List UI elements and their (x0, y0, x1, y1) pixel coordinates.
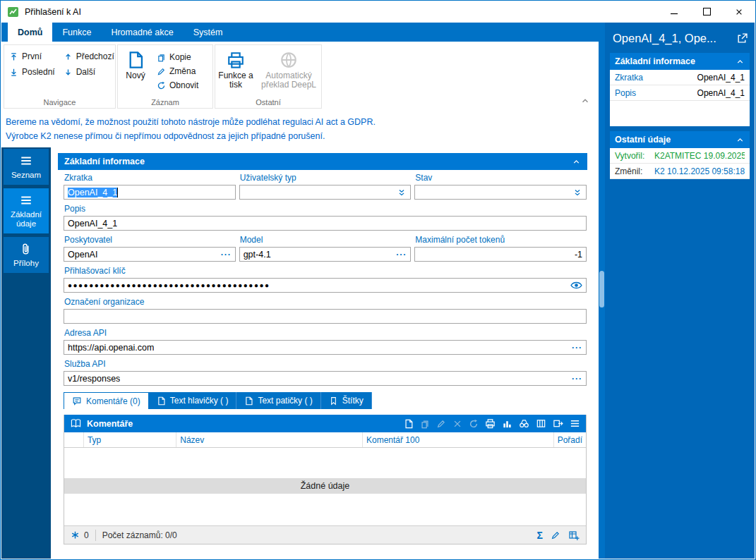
delete-record-icon (452, 419, 462, 429)
api-key-input[interactable]: ●●●●●●●●●●●●●●●●●●●●●●●●●●●●●●●●●●●●●● (64, 278, 587, 293)
last-button[interactable]: Poslední (7, 66, 57, 78)
zkratka-input[interactable]: OpenAI_4_1 (64, 185, 236, 200)
export-icon[interactable] (553, 418, 563, 429)
panel-row-zmenil: Změnil: K2 10.12.2025 09:58:18 (610, 164, 750, 179)
group-label-zaznam: Záznam (118, 98, 212, 106)
ribbon-group-ostatni: Funkce a tisk Automatický překlad DeepL … (215, 44, 322, 109)
stav-combo[interactable] (414, 185, 587, 200)
column-header-typ[interactable]: Typ (84, 432, 176, 447)
ribbon: První Poslední Předchozí Další Navigace … (1, 42, 599, 111)
sum-icon[interactable]: Σ (537, 530, 543, 540)
api-service-input[interactable]: v1/responses··· (64, 371, 587, 386)
tab-stitky[interactable]: Štítky (321, 392, 372, 409)
grid-column-headers: Typ Název Komentář 100 Pořadí (64, 432, 586, 448)
collapse-chevron-icon[interactable] (572, 157, 581, 166)
main-area: Seznam Základní údaje Přílohy Základní i… (1, 145, 599, 559)
eye-icon[interactable] (568, 281, 582, 290)
first-button[interactable]: První (7, 51, 57, 62)
tab-komentare[interactable]: Komentáře (0) (64, 392, 149, 409)
sidebar-item-zakladni-udaje[interactable]: Základní údaje (4, 188, 49, 233)
popis-label: Popis (64, 205, 587, 214)
left-sidebar: Seznam Základní údaje Přílohy (1, 147, 51, 559)
collapse-chevron-icon[interactable] (736, 57, 745, 66)
deepl-translate-button: Automatický překlad DeepL (258, 47, 320, 90)
sidebar-item-seznam[interactable]: Seznam (4, 149, 49, 185)
minimize-button[interactable] (658, 1, 690, 23)
ribbon-tab-system[interactable]: Systém (184, 23, 233, 42)
max-tokens-input[interactable]: -1 (414, 247, 587, 262)
organization-label: Označení organizace (64, 298, 587, 307)
grid-toolbar (404, 418, 580, 429)
grid-footer-toolbar: Σ (537, 530, 580, 541)
ribbon-tab-hromadne-akce[interactable]: Hromadné akce (101, 23, 183, 42)
lookup-ellipsis-button[interactable]: ··· (221, 251, 232, 258)
panel-section-header[interactable]: Základní informace (610, 53, 750, 70)
uzivatelsky-typ-combo[interactable] (239, 185, 412, 200)
right-info-panel: OpenAI_4_1, Ope... Základní informace Zk… (605, 23, 755, 559)
edit-record-icon (436, 419, 446, 429)
combo-dropdown-icon[interactable] (394, 188, 407, 197)
column-header-komentar[interactable]: Komentář 100 (363, 432, 554, 447)
open-in-window-icon[interactable] (737, 33, 748, 44)
group-label-navigace: Navigace (4, 98, 115, 106)
form-fields: Zkratka OpenAI_4_1 Uživatelský typ Stav (51, 170, 599, 386)
panel-section-header[interactable]: Ostatní údaje (610, 131, 750, 148)
edit-pencil-icon[interactable] (551, 530, 560, 540)
print-icon[interactable] (485, 418, 496, 429)
grid-menu-icon[interactable] (570, 418, 580, 429)
ribbon-tab-bar: Domů Funkce Hromadné akce Systém (1, 23, 599, 42)
lookup-ellipsis-button[interactable]: ··· (572, 344, 582, 351)
organization-input[interactable] (64, 309, 587, 324)
poskytovatel-label: Poskytovatel (64, 236, 236, 245)
previous-button[interactable]: Předchozí (61, 51, 116, 62)
grid-settings-icon[interactable] (568, 530, 580, 541)
document-icon (244, 396, 253, 406)
panel-section-ostatni-udaje: Ostatní údaje Vytvořil: K2ATMITEC 19.09.… (610, 131, 750, 179)
tab-text-paticky[interactable]: Text patičky ( ) (236, 392, 320, 409)
notice-line-2: Výrobce K2 nenese přímou či nepřímou odp… (6, 129, 599, 143)
row-indicator-column-header (64, 432, 84, 447)
new-record-icon[interactable] (404, 419, 414, 429)
lookup-ellipsis-button[interactable]: ··· (396, 251, 407, 258)
maximize-button[interactable] (690, 1, 723, 23)
columns-icon[interactable] (536, 418, 546, 429)
panel-section-zakladni-informace: Základní informace Zkratka OpenAI_4_1 Po… (610, 53, 750, 126)
grid-body[interactable]: Žádné údaje (64, 448, 586, 525)
api-address-input[interactable]: https://api.openai.com··· (64, 340, 587, 355)
ribbon-tab-domu[interactable]: Domů (8, 23, 52, 42)
combo-dropdown-icon[interactable] (570, 188, 582, 197)
sidebar-item-prilohy[interactable]: Přílohy (4, 237, 49, 273)
section-header-zakladni-informace[interactable]: Základní informace (58, 153, 587, 170)
column-header-nazev[interactable]: Název (176, 432, 363, 447)
collapse-chevron-icon[interactable] (736, 135, 745, 145)
popis-input[interactable]: OpenAI_4_1 (64, 216, 587, 231)
copy-record-icon (420, 419, 430, 429)
poskytovatel-input[interactable]: OpenAI··· (64, 247, 236, 262)
lookup-ellipsis-button[interactable]: ··· (572, 375, 582, 382)
ribbon-collapse-icon[interactable] (580, 96, 590, 106)
next-button[interactable]: Další (61, 66, 116, 78)
record-title: OpenAI_4_1, Ope... (613, 32, 716, 45)
app-window: Přihlašení k AI Domů Funkce Hromadné akc… (0, 0, 756, 560)
form-icon (20, 194, 32, 207)
tab-text-hlavicky[interactable]: Text hlavičky ( ) (149, 392, 237, 409)
copy-button[interactable]: Kopie (155, 51, 200, 63)
document-icon (157, 396, 166, 406)
vertical-scrollbar[interactable] (599, 23, 605, 559)
refresh-button[interactable]: Obnovit (155, 80, 200, 91)
record-count: Počet záznamů: 0/0 (102, 530, 177, 540)
search-binoculars-icon[interactable] (519, 418, 529, 429)
ribbon-tab-funkce[interactable]: Funkce (52, 23, 101, 42)
column-header-poradi[interactable]: Pořadí (554, 432, 586, 447)
new-button[interactable]: Nový (119, 47, 152, 91)
api-address-label: Adresa API (64, 329, 587, 338)
gdpr-notice: Bereme na vědomí, že možnost použití toh… (1, 111, 599, 145)
model-input[interactable]: gpt-4.1··· (239, 247, 412, 262)
refresh-grid-icon (469, 419, 479, 429)
close-button[interactable] (723, 1, 755, 23)
api-key-label: Přihlašovací klíč (64, 267, 587, 276)
change-button[interactable]: Změna (155, 66, 200, 77)
chart-icon[interactable] (502, 418, 512, 429)
scrollbar-thumb[interactable] (599, 271, 604, 308)
functions-print-button[interactable]: Funkce a tisk (217, 47, 255, 90)
